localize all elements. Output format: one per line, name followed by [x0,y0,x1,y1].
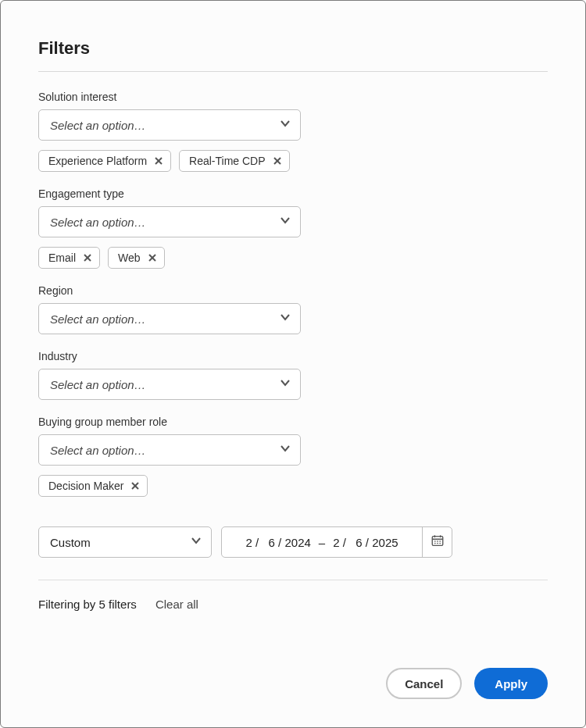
svg-point-16 [439,541,441,542]
tag-label: Web [118,252,141,264]
date-range-fields[interactable]: 2 / 6 / 2024 – 2 / 6 / 2025 [222,536,422,549]
date-range-row: Custom 2 / 6 / 2024 – 2 / 6 / 2025 [38,526,548,558]
tag-label: Email [48,252,76,264]
chevron-down-icon [280,312,291,326]
label-industry: Industry [38,350,548,362]
tags-solution-interest: Experience Platform Real-Time CDP [38,150,548,172]
svg-point-15 [437,541,438,542]
cancel-button[interactable]: Cancel [386,668,462,699]
tag-experience-platform: Experience Platform [38,150,171,172]
label-buying-role: Buying group member role [38,416,548,428]
svg-point-18 [437,543,438,544]
tag-label: Decision Maker [48,480,123,492]
select-placeholder: Select an option… [50,378,146,391]
status-row: Filtering by 5 filters Clear all [38,598,548,611]
svg-point-14 [434,541,436,542]
tag-remove-button[interactable] [148,254,156,262]
divider [38,580,548,580]
label-solution-interest: Solution interest [38,91,548,103]
tag-remove-button[interactable] [155,157,163,165]
chevron-down-icon [280,118,291,132]
chevron-down-icon [280,443,291,457]
svg-point-17 [434,543,436,544]
filter-count-text: Filtering by 5 filters [38,598,137,611]
tag-email: Email [38,247,100,269]
select-placeholder: Select an option… [50,312,146,326]
select-placeholder: Select an option… [50,216,146,229]
clear-all-button[interactable]: Clear all [155,598,198,611]
group-industry: Industry Select an option… [38,350,548,400]
chevron-down-icon [280,377,291,391]
calendar-button[interactable] [422,527,452,557]
label-engagement-type: Engagement type [38,187,548,200]
select-placeholder: Select an option… [50,444,146,457]
filters-panel: Filters Solution interest Select an opti… [0,0,586,728]
tag-label: Experience Platform [48,155,147,167]
select-engagement-type[interactable]: Select an option… [38,206,301,237]
panel-title: Filters [38,38,548,59]
group-buying-role: Buying group member role Select an optio… [38,416,548,497]
select-industry[interactable]: Select an option… [38,369,301,400]
calendar-icon [431,534,445,551]
tags-engagement-type: Email Web [38,247,548,269]
tag-decision-maker: Decision Maker [38,475,148,497]
date-to: 2 / 6 / 2025 [333,536,398,549]
date-range-picker: 2 / 6 / 2024 – 2 / 6 / 2025 [221,526,452,558]
tag-remove-button[interactable] [131,482,139,490]
select-region[interactable]: Select an option… [38,303,301,334]
tag-label: Real-Time CDP [189,155,266,167]
select-buying-role[interactable]: Select an option… [38,434,301,466]
divider [38,71,548,72]
tag-web: Web [108,247,165,269]
tags-buying-role: Decision Maker [38,475,548,497]
select-solution-interest[interactable]: Select an option… [38,109,301,141]
group-region: Region Select an option… [38,284,548,334]
chevron-down-icon [280,215,291,229]
select-date-mode[interactable]: Custom [38,526,212,558]
date-from: 2 / 6 / 2024 [245,536,310,549]
apply-button[interactable]: Apply [474,668,548,699]
label-region: Region [38,284,548,297]
date-mode-value: Custom [50,536,91,549]
date-dash: – [319,536,325,549]
footer: Cancel Apply [38,637,548,699]
select-placeholder: Select an option… [50,119,146,132]
tag-remove-button[interactable] [273,157,281,165]
chevron-down-icon [191,535,202,549]
group-engagement-type: Engagement type Select an option… Email … [38,187,548,269]
tag-remove-button[interactable] [84,254,91,262]
tag-real-time-cdp: Real-Time CDP [179,150,290,172]
svg-point-19 [439,543,441,544]
group-solution-interest: Solution interest Select an option… Expe… [38,91,548,172]
